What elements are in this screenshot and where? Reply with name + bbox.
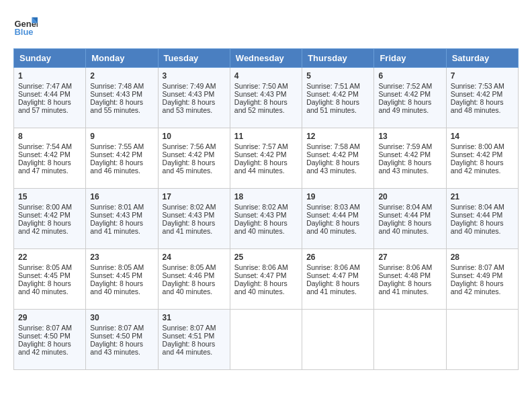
day-number: 14 xyxy=(451,132,514,141)
daylight-label: Daylight: 8 hours and 41 minutes. xyxy=(163,219,216,235)
calendar-week-3: 15 Sunrise: 8:00 AM Sunset: 4:42 PM Dayl… xyxy=(14,189,519,249)
sunset-label: Sunset: 4:44 PM xyxy=(306,211,359,219)
sunrise-label: Sunrise: 7:56 AM xyxy=(163,142,216,150)
daylight-label: Daylight: 8 hours and 40 minutes. xyxy=(234,279,287,295)
calendar-cell: 29 Sunrise: 8:07 AM Sunset: 4:50 PM Dayl… xyxy=(14,310,86,370)
calendar-cell: 9 Sunrise: 7:55 AM Sunset: 4:42 PM Dayli… xyxy=(86,128,158,189)
sunrise-label: Sunrise: 8:05 AM xyxy=(90,263,144,271)
daylight-label: Daylight: 8 hours and 48 minutes. xyxy=(451,98,504,114)
sunrise-label: Sunrise: 8:02 AM xyxy=(234,203,288,211)
sunrise-label: Sunrise: 7:49 AM xyxy=(163,82,216,90)
sunrise-label: Sunrise: 7:50 AM xyxy=(234,82,288,90)
column-header-sunday: Sunday xyxy=(14,49,86,68)
sunrise-label: Sunrise: 8:06 AM xyxy=(378,263,432,271)
day-number: 16 xyxy=(90,192,153,201)
daylight-label: Daylight: 8 hours and 57 minutes. xyxy=(18,98,71,114)
sunrise-label: Sunrise: 7:47 AM xyxy=(18,82,72,90)
sunset-label: Sunset: 4:42 PM xyxy=(306,90,359,98)
sunset-label: Sunset: 4:42 PM xyxy=(234,150,287,158)
column-header-wednesday: Wednesday xyxy=(230,49,302,68)
day-number: 26 xyxy=(306,253,369,262)
sunset-label: Sunset: 4:42 PM xyxy=(306,150,359,158)
column-header-thursday: Thursday xyxy=(302,49,374,68)
sunrise-label: Sunrise: 7:51 AM xyxy=(306,82,360,90)
daylight-label: Daylight: 8 hours and 40 minutes. xyxy=(451,219,504,235)
calendar-cell: 30 Sunrise: 8:07 AM Sunset: 4:50 PM Dayl… xyxy=(86,310,158,370)
sunrise-label: Sunrise: 8:07 AM xyxy=(163,324,216,332)
calendar-cell: 8 Sunrise: 7:54 AM Sunset: 4:42 PM Dayli… xyxy=(14,128,86,189)
calendar-cell: 3 Sunrise: 7:49 AM Sunset: 4:43 PM Dayli… xyxy=(158,68,230,128)
daylight-label: Daylight: 8 hours and 44 minutes. xyxy=(163,340,216,356)
day-number: 28 xyxy=(451,253,514,262)
logo-icon: General Blue xyxy=(13,13,38,38)
calendar-cell: 21 Sunrise: 8:04 AM Sunset: 4:44 PM Dayl… xyxy=(446,189,518,249)
daylight-label: Daylight: 8 hours and 43 minutes. xyxy=(378,158,431,175)
daylight-label: Daylight: 8 hours and 41 minutes. xyxy=(378,279,431,295)
sunset-label: Sunset: 4:44 PM xyxy=(18,90,71,98)
daylight-label: Daylight: 8 hours and 46 minutes. xyxy=(90,158,143,175)
sunrise-label: Sunrise: 7:59 AM xyxy=(378,142,432,150)
daylight-label: Daylight: 8 hours and 40 minutes. xyxy=(378,219,431,235)
sunset-label: Sunset: 4:42 PM xyxy=(451,90,503,98)
column-header-saturday: Saturday xyxy=(446,49,518,68)
sunrise-label: Sunrise: 7:48 AM xyxy=(90,82,144,90)
calendar-week-5: 29 Sunrise: 8:07 AM Sunset: 4:50 PM Dayl… xyxy=(14,310,519,370)
sunset-label: Sunset: 4:43 PM xyxy=(90,90,142,98)
day-number: 31 xyxy=(163,313,226,322)
column-header-monday: Monday xyxy=(86,49,158,68)
day-number: 9 xyxy=(90,132,153,141)
daylight-label: Daylight: 8 hours and 42 minutes. xyxy=(451,158,504,175)
sunrise-label: Sunrise: 7:54 AM xyxy=(18,142,72,150)
sunrise-label: Sunrise: 7:55 AM xyxy=(90,142,144,150)
sunset-label: Sunset: 4:43 PM xyxy=(163,90,215,98)
sunrise-label: Sunrise: 8:05 AM xyxy=(18,263,72,271)
day-number: 17 xyxy=(163,192,226,201)
sunset-label: Sunset: 4:45 PM xyxy=(18,271,71,279)
calendar-cell xyxy=(446,310,518,370)
calendar-cell: 20 Sunrise: 8:04 AM Sunset: 4:44 PM Dayl… xyxy=(374,189,446,249)
calendar-cell: 17 Sunrise: 8:02 AM Sunset: 4:43 PM Dayl… xyxy=(158,189,230,249)
day-number: 3 xyxy=(163,71,226,81)
svg-text:Blue: Blue xyxy=(14,27,33,37)
day-number: 7 xyxy=(451,71,514,81)
calendar-cell: 13 Sunrise: 7:59 AM Sunset: 4:42 PM Dayl… xyxy=(374,128,446,189)
day-number: 15 xyxy=(18,192,81,201)
calendar-cell: 12 Sunrise: 7:58 AM Sunset: 4:42 PM Dayl… xyxy=(302,128,374,189)
daylight-label: Daylight: 8 hours and 40 minutes. xyxy=(163,279,216,295)
day-number: 10 xyxy=(163,132,226,141)
daylight-label: Daylight: 8 hours and 42 minutes. xyxy=(18,219,71,235)
calendar-cell: 23 Sunrise: 8:05 AM Sunset: 4:45 PM Dayl… xyxy=(86,249,158,310)
calendar-cell: 2 Sunrise: 7:48 AM Sunset: 4:43 PM Dayli… xyxy=(86,68,158,128)
day-number: 18 xyxy=(234,192,298,201)
calendar-cell xyxy=(302,310,374,370)
sunrise-label: Sunrise: 8:07 AM xyxy=(18,324,72,332)
sunset-label: Sunset: 4:50 PM xyxy=(18,332,71,340)
sunset-label: Sunset: 4:47 PM xyxy=(306,271,359,279)
calendar-week-2: 8 Sunrise: 7:54 AM Sunset: 4:42 PM Dayli… xyxy=(14,128,519,189)
calendar-cell: 27 Sunrise: 8:06 AM Sunset: 4:48 PM Dayl… xyxy=(374,249,446,310)
calendar-cell: 19 Sunrise: 8:03 AM Sunset: 4:44 PM Dayl… xyxy=(302,189,374,249)
sunset-label: Sunset: 4:42 PM xyxy=(18,150,71,158)
sunset-label: Sunset: 4:42 PM xyxy=(378,150,431,158)
daylight-label: Daylight: 8 hours and 43 minutes. xyxy=(306,158,359,175)
sunrise-label: Sunrise: 8:02 AM xyxy=(163,203,216,211)
day-number: 29 xyxy=(18,313,81,322)
calendar-week-4: 22 Sunrise: 8:05 AM Sunset: 4:45 PM Dayl… xyxy=(14,249,519,310)
sunset-label: Sunset: 4:43 PM xyxy=(234,90,287,98)
logo: General Blue xyxy=(13,13,38,38)
day-number: 20 xyxy=(378,192,441,201)
calendar-cell: 26 Sunrise: 8:06 AM Sunset: 4:47 PM Dayl… xyxy=(302,249,374,310)
calendar-cell: 5 Sunrise: 7:51 AM Sunset: 4:42 PM Dayli… xyxy=(302,68,374,128)
sunset-label: Sunset: 4:49 PM xyxy=(451,271,503,279)
calendar-cell: 16 Sunrise: 8:01 AM Sunset: 4:43 PM Dayl… xyxy=(86,189,158,249)
calendar-week-1: 1 Sunrise: 7:47 AM Sunset: 4:44 PM Dayli… xyxy=(14,68,519,128)
day-number: 24 xyxy=(163,253,226,262)
daylight-label: Daylight: 8 hours and 41 minutes. xyxy=(306,279,359,295)
day-number: 8 xyxy=(18,132,81,141)
column-header-friday: Friday xyxy=(374,49,446,68)
daylight-label: Daylight: 8 hours and 41 minutes. xyxy=(90,219,143,235)
calendar-cell: 25 Sunrise: 8:06 AM Sunset: 4:47 PM Dayl… xyxy=(230,249,302,310)
daylight-label: Daylight: 8 hours and 40 minutes. xyxy=(18,279,71,295)
sunset-label: Sunset: 4:51 PM xyxy=(163,332,215,340)
sunset-label: Sunset: 4:43 PM xyxy=(163,211,215,219)
